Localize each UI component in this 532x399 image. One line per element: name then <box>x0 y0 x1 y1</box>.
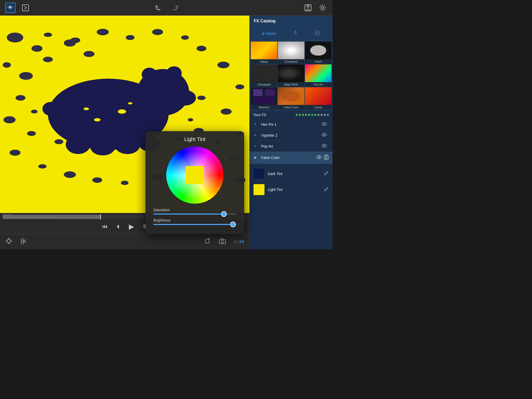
tab-tints[interactable] <box>289 29 301 38</box>
svg-point-9 <box>166 66 182 80</box>
fx-grid: Happy Overjoyed Invert Litho <box>250 41 332 111</box>
fx-name-hexpix: Hex Pix 1 <box>261 122 322 127</box>
remove-falsecolor-icon[interactable]: ✕ <box>253 155 260 160</box>
svg-point-42 <box>126 35 135 40</box>
loop-tool[interactable] <box>204 237 211 246</box>
main-content: 23.04 <box>0 16 332 249</box>
dark-tint-label: Dark Tint <box>268 172 324 176</box>
app-logo[interactable]: 👁 <box>5 3 16 13</box>
svg-point-29 <box>92 177 102 183</box>
svg-point-37 <box>235 84 244 89</box>
skip-to-start-button[interactable]: ⏮ <box>102 223 108 230</box>
undo-button[interactable] <box>154 3 163 12</box>
video-section: 23.04 <box>0 16 249 249</box>
color-swatch-preview <box>186 166 204 184</box>
fx-item-happy[interactable]: Happy <box>251 42 277 64</box>
svg-point-22 <box>84 51 95 57</box>
fx-thumb-comic <box>305 87 331 105</box>
add-hexpix-icon[interactable]: ＋ <box>253 122 260 127</box>
fx-item-popart[interactable]: Pop Art <box>305 64 331 87</box>
eye-falsecolor-icon[interactable] <box>316 155 322 160</box>
bottom-tools-right: FX FX <box>204 237 244 246</box>
color-wheel[interactable] <box>166 147 223 204</box>
eye-hexpix-icon[interactable] <box>322 122 327 127</box>
export-button[interactable] <box>303 3 313 12</box>
delete-falsecolor-icon[interactable] <box>324 154 329 161</box>
right-panel: FX Catalog ⊞ Styles Hap <box>249 16 332 249</box>
toolbar-left: 👁 <box>5 3 30 13</box>
fx-item-lithograph[interactable]: Lithograph <box>251 64 277 87</box>
color-wheel-container[interactable] <box>151 147 239 204</box>
crosshair-tool[interactable] <box>5 237 12 246</box>
saturation-slider-row: Saturation <box>153 208 236 215</box>
add-popart-icon[interactable]: ＋ <box>253 143 260 149</box>
light-tint-param[interactable]: Light Tint <box>250 182 332 198</box>
play-button[interactable]: ▶ <box>129 223 134 231</box>
dark-tint-param[interactable]: Dark Tint <box>250 166 332 182</box>
top-toolbar: 👁 <box>0 0 332 16</box>
color-wheel-cursor[interactable] <box>217 191 224 198</box>
svg-point-20 <box>43 57 53 62</box>
step-back-button[interactable]: ⏴ <box>115 223 121 230</box>
svg-point-41 <box>152 29 163 35</box>
svg-point-45 <box>44 32 52 37</box>
fx-list-item-falsecolor[interactable]: ✕ False Color <box>250 152 332 164</box>
svg-point-38 <box>217 62 229 68</box>
redo-button[interactable] <box>171 3 180 12</box>
svg-point-44 <box>70 37 80 43</box>
fx-list-item-popart[interactable]: ＋ Pop Art <box>250 141 332 152</box>
fx-thumb-edgework <box>278 64 304 82</box>
light-tint-swatch <box>253 184 265 195</box>
fx-item-invert[interactable]: Invert <box>305 42 331 64</box>
svg-point-17 <box>31 45 42 52</box>
fx-item-falsecolor[interactable]: False Color <box>278 87 304 110</box>
fx-item-overjoyed[interactable]: Overjoyed <box>278 42 304 64</box>
add-vignette-icon[interactable]: ＋ <box>253 132 260 138</box>
svg-point-43 <box>97 29 109 35</box>
svg-point-26 <box>10 150 21 156</box>
tab-effects[interactable] <box>311 29 323 38</box>
eye-popart-icon[interactable] <box>322 144 327 149</box>
settings-button[interactable] <box>318 3 327 12</box>
fx-list-item-hexpix[interactable]: ＋ Hex Pix 1 <box>250 119 332 130</box>
brightness-track[interactable] <box>153 224 236 225</box>
svg-point-73 <box>323 134 325 136</box>
eye-vignette-icon[interactable] <box>322 133 327 138</box>
svg-point-49 <box>31 110 37 114</box>
fx-list-item-vignette[interactable]: ＋ Vignette 2 <box>250 130 332 141</box>
tab-styles[interactable]: ⊞ Styles <box>259 30 279 37</box>
dark-tint-edit-icon[interactable] <box>324 171 329 177</box>
import-button[interactable] <box>21 3 30 12</box>
light-tint-edit-icon[interactable] <box>324 187 329 193</box>
bottom-tools-left <box>5 237 28 246</box>
fx-thumb-lithograph <box>251 64 277 82</box>
svg-point-16 <box>7 32 23 42</box>
fx-label-abstract: Abstract <box>258 105 270 110</box>
dark-tint-swatch <box>253 168 265 179</box>
fx-label[interactable]: FX FX <box>234 237 244 246</box>
sliders-section: Saturation Brightness <box>151 208 239 225</box>
saturation-track[interactable] <box>153 214 236 215</box>
scissors-tool[interactable] <box>20 237 28 246</box>
your-fx-label: Your FX <box>253 113 266 117</box>
svg-point-11 <box>66 135 90 154</box>
svg-point-36 <box>221 109 231 115</box>
svg-point-39 <box>197 46 207 51</box>
color-picker-title: Light Tint <box>151 136 239 142</box>
fx-item-edgework[interactable]: Edge Work <box>278 64 304 87</box>
svg-rect-0 <box>22 5 29 11</box>
svg-point-50 <box>55 139 63 144</box>
svg-point-4 <box>322 7 324 9</box>
fx-name-popart-list: Pop Art <box>261 144 322 148</box>
svg-point-12 <box>90 139 115 155</box>
svg-point-64 <box>21 241 24 244</box>
your-fx-dots <box>296 114 329 116</box>
fx-item-abstract[interactable]: Abstract <box>251 87 277 110</box>
fx-label-falsecolor: False Color <box>283 105 299 110</box>
svg-point-72 <box>322 133 327 136</box>
camera-tool[interactable] <box>219 237 226 246</box>
fx-item-comic[interactable]: Comic <box>305 87 331 110</box>
svg-point-68 <box>221 240 224 243</box>
brightness-slider-row: Brightness <box>153 218 236 225</box>
fx-name-falsecolor-list: False Color <box>261 156 316 160</box>
